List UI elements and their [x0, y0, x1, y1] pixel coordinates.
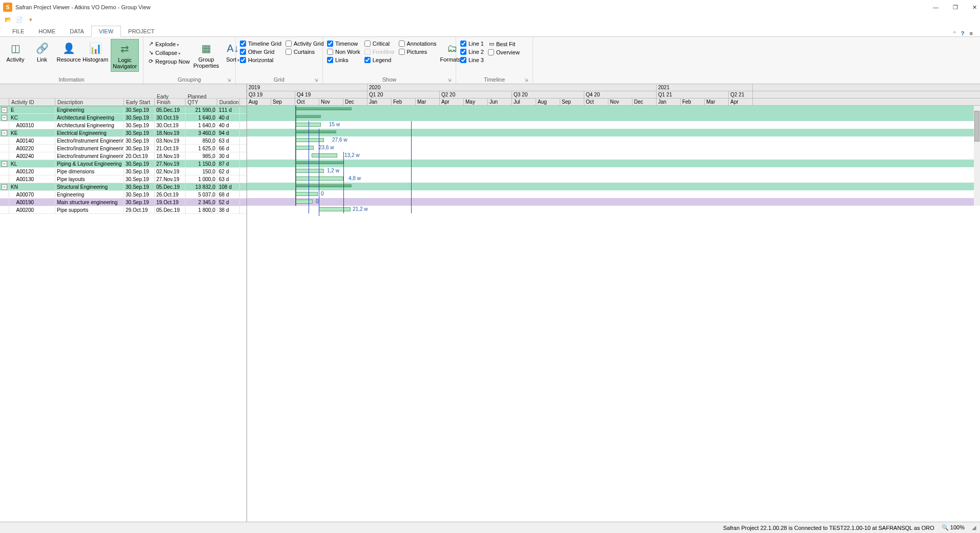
tab-home[interactable]: HOME	[31, 26, 63, 36]
group-properties-button[interactable]: ▦Group Properties	[195, 39, 217, 71]
activity-row[interactable]: − KN Structural Engineering 30.Sep.19 05…	[0, 183, 247, 191]
gantt-row[interactable]	[247, 167, 974, 175]
chk-nonwork[interactable]: Non Work	[327, 48, 360, 55]
minimize-button[interactable]: —	[933, 4, 938, 11]
chk-pictures[interactable]: Pictures	[399, 48, 437, 55]
chk-timenow[interactable]: Timenow	[327, 40, 360, 47]
col-planned-qty[interactable]: Planned QTY	[186, 98, 217, 106]
chk-annotations[interactable]: Annotations	[399, 40, 437, 47]
activity-row[interactable]: − E Engineering 30.Sep.19 05.Dec.19 21 5…	[0, 106, 247, 114]
menu-icon[interactable]: ≡	[970, 30, 973, 36]
resize-grip-icon[interactable]: ◢	[972, 524, 976, 531]
chk-curtains[interactable]: Curtains	[285, 48, 324, 55]
activity-row[interactable]: − KL Piping & Layout Engineering 30.Sep.…	[0, 160, 247, 168]
folder-open-icon[interactable]: 📂	[4, 15, 12, 24]
activity-row[interactable]: A00240 Electro/Instrument Engineering 20…	[0, 152, 247, 160]
col-early-start[interactable]: Early Start	[124, 98, 155, 106]
gantt-row[interactable]	[247, 190, 974, 198]
gantt-bar[interactable]	[295, 161, 343, 164]
explode-button[interactable]: ↗ Explode	[148, 40, 191, 48]
group-label-timeline: Timeline⇲	[460, 75, 528, 83]
histogram-button[interactable]: 📊Histogram	[84, 39, 107, 65]
activity-row[interactable]: A00200 Pipe supports 29.Oct.19 05.Dec.19…	[0, 206, 247, 214]
gantt-bar[interactable]	[295, 192, 318, 196]
gantt-row[interactable]	[247, 121, 974, 129]
activity-row[interactable]: − KE Electrical Engineering 30.Sep.19 18…	[0, 129, 247, 137]
regroup-now-button[interactable]: ⟳ Regroup Now	[148, 57, 191, 65]
gantt-bar[interactable]	[295, 146, 314, 150]
chk-legend[interactable]: Legend	[364, 56, 395, 64]
group-label-information: Information	[4, 76, 139, 83]
gantt-bar[interactable]	[319, 207, 351, 211]
chk-links[interactable]: Links	[327, 56, 360, 64]
close-button[interactable]: ✕	[972, 4, 977, 11]
gantt-row[interactable]	[247, 144, 974, 152]
collapse-button[interactable]: ↘ Collapse	[148, 49, 191, 56]
gantt-bar[interactable]	[295, 169, 324, 173]
activity-row[interactable]: A00130 Pipe layouts 30.Sep.19 27.Nov.19 …	[0, 175, 247, 183]
gantt-bar[interactable]	[295, 200, 313, 204]
chk-overview[interactable]: Overview	[488, 49, 520, 56]
gantt-row[interactable]	[247, 198, 974, 206]
gantt-bar[interactable]	[295, 176, 343, 181]
activity-body[interactable]: − E Engineering 30.Sep.19 05.Dec.19 21 5…	[0, 106, 247, 214]
col-early-finish[interactable]: Early Finish	[155, 98, 186, 106]
main-area: Activity ID Description Early Start Earl…	[0, 84, 980, 522]
gantt-row[interactable]	[247, 129, 974, 136]
logic-navigator-button[interactable]: ⇄Logic Navigator	[111, 39, 139, 72]
vertical-scrollbar[interactable]	[974, 106, 980, 206]
bar-label: 15 w	[329, 122, 340, 127]
link-button[interactable]: 🔗Link	[31, 39, 53, 65]
col-activity-id[interactable]: Activity ID	[9, 98, 55, 106]
chk-horizontal[interactable]: Horizontal	[240, 56, 281, 64]
file-icon[interactable]: 📄	[15, 15, 24, 24]
dropdown-icon[interactable]: ▾	[27, 15, 35, 24]
gantt-body[interactable]: 15 w27,6 w23,6 w13,2 w1,2 w4,8 w0021,2 w	[247, 106, 980, 206]
window-title: Safran Project Viewer - Atkins VO Demo -…	[15, 4, 151, 10]
activity-row[interactable]: A00190 Main structure engineering 30.Sep…	[0, 199, 247, 206]
best-fit-button[interactable]: ▭ Best Fit	[488, 40, 520, 48]
gantt-bar[interactable]	[295, 123, 321, 127]
gantt-bar[interactable]	[312, 153, 337, 157]
bar-label: 0	[321, 191, 324, 196]
activity-button[interactable]: ◫Activity	[4, 39, 27, 65]
gantt-bar[interactable]	[295, 107, 352, 110]
chk-line1[interactable]: Line 1	[460, 40, 484, 47]
chk-frontline[interactable]: Frontline	[364, 48, 395, 55]
gantt-row[interactable]	[247, 136, 974, 144]
resource-button[interactable]: 👤Resource	[57, 39, 80, 65]
chk-timeline-grid[interactable]: Timeline Grid	[240, 40, 281, 47]
col-description[interactable]: Description	[55, 98, 124, 106]
tab-data[interactable]: DATA	[63, 26, 91, 36]
help-icon[interactable]: ?	[961, 30, 965, 36]
gantt-row[interactable]	[247, 113, 974, 121]
chk-activity-grid[interactable]: Activity Grid	[285, 40, 324, 47]
chk-line2[interactable]: Line 2	[460, 48, 484, 55]
gantt-row[interactable]	[247, 106, 974, 113]
activity-row[interactable]: A00220 Electro/Instrument Engineering 30…	[0, 145, 247, 152]
activity-row[interactable]: − KC Architectural Engineering 30.Sep.19…	[0, 114, 247, 122]
gantt-bar[interactable]	[295, 130, 336, 133]
chk-other-grid[interactable]: Other Grid	[240, 48, 281, 55]
gantt-row[interactable]	[247, 183, 974, 190]
chk-critical[interactable]: Critical	[364, 40, 395, 47]
tab-project[interactable]: PROJECT	[121, 26, 161, 36]
col-duration[interactable]: Duration	[217, 98, 240, 106]
bar-label: 13,2 w	[344, 152, 359, 158]
gantt-row[interactable]	[247, 160, 974, 167]
maximize-button[interactable]: ❐	[953, 4, 958, 11]
ribbon: ◫Activity 🔗Link 👤Resource 📊Histogram ⇄Lo…	[0, 37, 980, 84]
activity-row[interactable]: A00140 Electro/Instrument Engineering 30…	[0, 137, 247, 145]
activity-row[interactable]: A00070 Engineering 30.Sep.19 26.Oct.19 5…	[0, 191, 247, 199]
collapse-ribbon-icon[interactable]: ^	[953, 30, 956, 36]
activity-row[interactable]: A00120 Pipe dimensions 30.Sep.19 02.Nov.…	[0, 168, 247, 175]
gantt-bar[interactable]	[295, 138, 324, 142]
zoom-indicator[interactable]: 🔍 100%	[942, 524, 965, 531]
tab-file[interactable]: FILE	[5, 26, 31, 36]
gantt-pane[interactable]: 201920202021Q3 19Q4 19Q1 20Q2 20Q3 20Q4 …	[247, 84, 980, 522]
gantt-bar[interactable]	[295, 115, 321, 118]
group-label-show: Show⇲	[327, 75, 452, 83]
tab-view[interactable]: VIEW	[91, 26, 121, 37]
activity-row[interactable]: A00310 Architectural Engineering 30.Sep.…	[0, 122, 247, 129]
chk-line3[interactable]: Line 3	[460, 56, 484, 64]
